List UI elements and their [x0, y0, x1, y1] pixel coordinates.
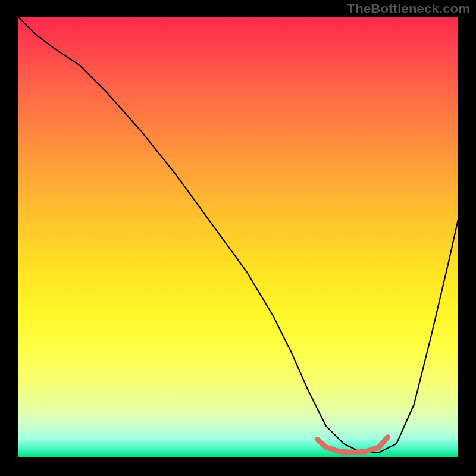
plot-area [18, 17, 458, 457]
bottleneck-curve [18, 17, 458, 453]
trough-highlight [317, 437, 387, 453]
chart-stage: TheBottleneck.com [0, 0, 476, 476]
curve-layer [18, 17, 458, 457]
watermark-text: TheBottleneck.com [347, 1, 470, 17]
